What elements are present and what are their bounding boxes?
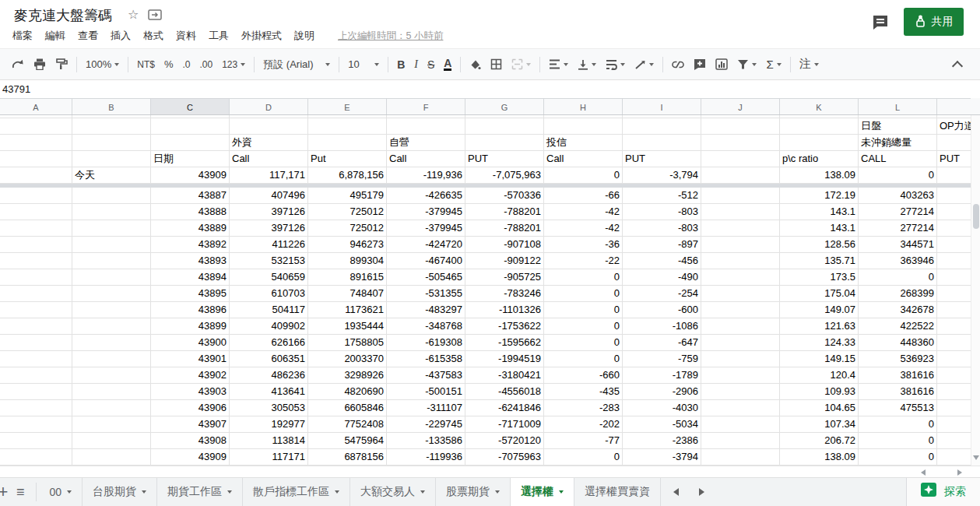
- column-header[interactable]: M: [937, 98, 971, 115]
- cell[interactable]: 363946: [859, 253, 937, 269]
- cell[interactable]: -119936: [387, 449, 465, 466]
- cell[interactable]: [937, 367, 971, 384]
- cell[interactable]: 43894: [151, 269, 230, 286]
- cell[interactable]: [72, 204, 151, 220]
- cell[interactable]: [0, 449, 72, 466]
- cell[interactable]: [780, 135, 859, 151]
- cell[interactable]: [0, 384, 72, 400]
- menu-data[interactable]: 資料: [170, 26, 202, 45]
- cell[interactable]: -500151: [387, 384, 465, 400]
- cell[interactable]: -512: [623, 188, 701, 204]
- vertical-scrollbar-thumb[interactable]: [973, 204, 979, 229]
- cell[interactable]: 0: [544, 335, 623, 351]
- column-header[interactable]: H: [544, 98, 623, 115]
- cell[interactable]: [0, 286, 72, 302]
- cell[interactable]: -254: [623, 286, 701, 302]
- cell[interactable]: 投信: [544, 135, 623, 151]
- cell[interactable]: [0, 269, 72, 286]
- cell[interactable]: [937, 204, 971, 220]
- cell[interactable]: -36: [544, 237, 623, 253]
- cell[interactable]: Put: [308, 151, 387, 167]
- cell[interactable]: [308, 135, 387, 151]
- cell[interactable]: [0, 433, 72, 449]
- text-color-button[interactable]: A: [444, 58, 451, 71]
- cell[interactable]: -283: [544, 400, 623, 416]
- menu-format[interactable]: 格式: [137, 26, 170, 45]
- cell[interactable]: [937, 253, 971, 269]
- cell[interactable]: [701, 204, 780, 220]
- cell[interactable]: 117171: [230, 449, 308, 466]
- cell[interactable]: 135.71: [780, 253, 859, 269]
- cell[interactable]: 748407: [308, 286, 387, 302]
- sheet-tab-大額交易人[interactable]: 大額交易人: [350, 478, 436, 506]
- cell[interactable]: [72, 269, 151, 286]
- cell[interactable]: 1935444: [308, 318, 387, 335]
- cell[interactable]: 43909: [151, 167, 230, 184]
- cell[interactable]: 43909: [151, 449, 230, 466]
- cell[interactable]: OP力道: [937, 118, 971, 135]
- cell[interactable]: 43899: [151, 318, 230, 335]
- column-header[interactable]: A: [0, 98, 72, 115]
- cell[interactable]: [72, 416, 151, 433]
- cell[interactable]: 日盤: [859, 118, 937, 135]
- add-sheet-button[interactable]: [0, 482, 12, 502]
- cell[interactable]: [701, 351, 780, 367]
- column-header[interactable]: L: [859, 98, 937, 115]
- cell[interactable]: [72, 220, 151, 237]
- cell[interactable]: 0: [544, 302, 623, 318]
- tab-menu-arrow-icon[interactable]: [142, 490, 146, 494]
- redo-icon[interactable]: [6, 54, 29, 75]
- cell[interactable]: 606351: [230, 351, 308, 367]
- cell[interactable]: [937, 302, 971, 318]
- cell[interactable]: [937, 416, 971, 433]
- cell[interactable]: PUT: [937, 151, 971, 167]
- cell[interactable]: -133586: [387, 433, 465, 449]
- cell[interactable]: [701, 318, 780, 335]
- cell[interactable]: -2906: [623, 384, 701, 400]
- cell[interactable]: -531355: [387, 286, 465, 302]
- cell[interactable]: [72, 302, 151, 318]
- cell[interactable]: 43896: [151, 302, 230, 318]
- sheet-tab-選擇權[interactable]: 選擇權: [511, 478, 574, 506]
- cell[interactable]: [701, 400, 780, 416]
- cell[interactable]: 自營: [387, 135, 465, 151]
- menu-insert[interactable]: 插入: [104, 26, 137, 45]
- sheet-tab-期貨工作區[interactable]: 期貨工作區: [157, 478, 243, 506]
- paint-format-icon[interactable]: [51, 54, 72, 75]
- cell[interactable]: -77: [544, 433, 623, 449]
- cell[interactable]: 277214: [859, 204, 937, 220]
- cell[interactable]: [937, 449, 971, 466]
- cell[interactable]: [72, 188, 151, 204]
- cell[interactable]: [0, 351, 72, 367]
- cell[interactable]: 7752408: [308, 416, 387, 433]
- borders-button[interactable]: [486, 54, 507, 75]
- cell[interactable]: 946273: [308, 237, 387, 253]
- cell[interactable]: [0, 253, 72, 269]
- cell[interactable]: [0, 118, 72, 135]
- cell[interactable]: -22: [544, 253, 623, 269]
- cell[interactable]: -615358: [387, 351, 465, 367]
- scroll-down-arrow-icon[interactable]: [973, 455, 979, 460]
- cell[interactable]: 43892: [151, 237, 230, 253]
- cell[interactable]: -311107: [387, 400, 465, 416]
- formula-bar[interactable]: 43791: [0, 80, 980, 99]
- cell[interactable]: [0, 167, 72, 184]
- cell[interactable]: [937, 384, 971, 400]
- cell[interactable]: -42: [544, 204, 623, 220]
- cell[interactable]: Call: [544, 151, 623, 167]
- cell[interactable]: [937, 220, 971, 237]
- functions-button[interactable]: Σ: [761, 54, 785, 75]
- column-header[interactable]: D: [230, 98, 308, 115]
- cell[interactable]: [0, 204, 72, 220]
- font-size-select[interactable]: 10: [343, 54, 384, 75]
- print-icon[interactable]: [29, 54, 51, 75]
- vertical-align-button[interactable]: [573, 54, 601, 75]
- cell[interactable]: -66: [544, 188, 623, 204]
- filter-button[interactable]: [732, 54, 761, 75]
- zoom-select[interactable]: 100%: [81, 54, 124, 75]
- cell[interactable]: 397126: [230, 220, 308, 237]
- menu-addons[interactable]: 外掛程式: [235, 26, 288, 45]
- cell[interactable]: 43902: [151, 367, 230, 384]
- cell[interactable]: [937, 286, 971, 302]
- menu-tools[interactable]: 工具: [202, 26, 235, 45]
